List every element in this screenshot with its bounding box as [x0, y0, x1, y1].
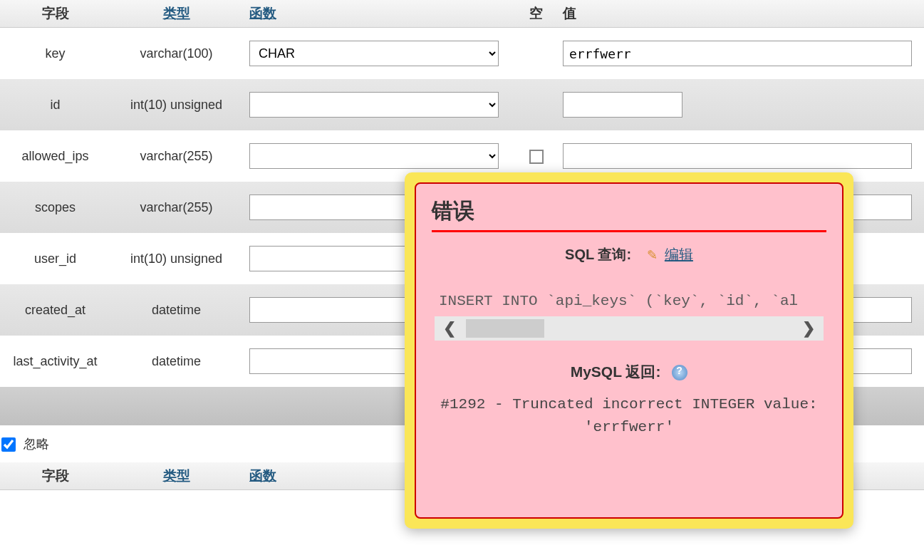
ignore-label[interactable]: 忽略 [1, 437, 49, 451]
field-type: varchar(100) [110, 28, 242, 80]
table-row: keyvarchar(100)CHAR [0, 28, 924, 80]
field-name: key [0, 28, 110, 80]
header-type[interactable]: 类型 [110, 0, 242, 28]
null-checkbox[interactable] [529, 150, 544, 164]
header-field[interactable]: 字段 [0, 0, 110, 28]
field-name: user_id [0, 233, 110, 284]
field-name: allowed_ips [0, 130, 110, 182]
header-type-bottom[interactable]: 类型 [110, 462, 242, 490]
field-type: varchar(255) [110, 130, 242, 182]
function-select[interactable] [249, 92, 499, 118]
header-value: 值 [556, 0, 924, 28]
help-icon[interactable] [672, 365, 687, 380]
field-type: int(10) unsigned [110, 233, 242, 284]
error-dialog: 错误 SQL 查询: ✎ 编辑 INSERT INTO `api_keys` (… [405, 172, 853, 529]
field-name: created_at [0, 284, 110, 336]
ignore-text: 忽略 [24, 437, 49, 451]
mysql-return-label: MySQL 返回: [571, 363, 661, 380]
mysql-return-line: MySQL 返回: [432, 362, 826, 382]
function-select[interactable]: CHAR [249, 41, 499, 66]
header-func[interactable]: 函数 [242, 0, 516, 28]
value-input[interactable] [563, 41, 912, 66]
sql-query-label: SQL 查询: [565, 247, 631, 262]
function-select[interactable] [249, 143, 499, 169]
value-input[interactable] [563, 92, 682, 118]
sql-query-line: SQL 查询: ✎ 编辑 [432, 245, 826, 264]
scroll-left-icon[interactable]: ❮ [435, 316, 464, 341]
header-row: 字段 类型 函数 空 值 [0, 0, 924, 28]
edit-query-link[interactable]: 编辑 [665, 247, 693, 262]
sql-scrollbar[interactable]: ❮ ❯ [435, 316, 824, 341]
mysql-error-message: #1292 - Truncated incorrect INTEGER valu… [432, 393, 826, 438]
header-field-bottom[interactable]: 字段 [0, 462, 110, 490]
pencil-icon: ✎ [647, 248, 658, 262]
ignore-checkbox[interactable] [1, 437, 16, 452]
field-name: id [0, 79, 110, 130]
field-type: varchar(255) [110, 182, 242, 233]
table-row: idint(10) unsigned [0, 79, 924, 130]
field-name: last_activity_at [0, 336, 110, 387]
field-type: datetime [110, 284, 242, 336]
scroll-right-icon[interactable]: ❯ [794, 316, 824, 341]
field-type: int(10) unsigned [110, 79, 242, 130]
value-input[interactable] [563, 143, 912, 169]
scroll-thumb[interactable] [466, 319, 544, 338]
sql-query-text: INSERT INTO `api_keys` (`key`, `id`, `al [432, 293, 826, 309]
error-dialog-inner: 错误 SQL 查询: ✎ 编辑 INSERT INTO `api_keys` (… [415, 182, 843, 519]
header-null: 空 [516, 0, 556, 28]
field-type: datetime [110, 336, 242, 387]
field-name: scopes [0, 182, 110, 233]
error-dialog-title: 错误 [432, 197, 826, 232]
